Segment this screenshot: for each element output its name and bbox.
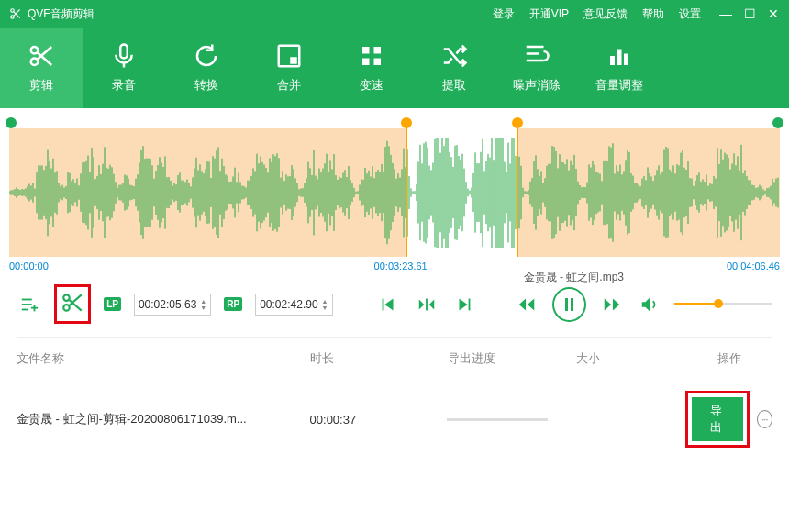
svg-point-5: [31, 59, 39, 66]
tool-extract[interactable]: 提取: [413, 28, 495, 108]
controls-bar: 金贵晟 - 虹之间.mp3 LP 00:02:05.63 ▲▼ RP 00:02…: [0, 275, 789, 337]
scissors-icon: [9, 7, 22, 20]
marker-right[interactable]: [517, 119, 518, 257]
svg-point-4: [31, 47, 39, 54]
volume-button[interactable]: [637, 292, 661, 317]
tool-cut[interactable]: 剪辑: [0, 28, 83, 108]
file-name: 金贵晟 - 虹之间-剪辑-20200806171039.m...: [17, 411, 310, 427]
table-row: 金贵晟 - 虹之间-剪辑-20200806171039.m... 00:00:3…: [0, 380, 789, 459]
marker-mid[interactable]: [406, 119, 407, 257]
range-start-handle[interactable]: [6, 117, 17, 128]
time-end: 00:04:06.46: [727, 260, 780, 272]
export-button-highlight: 导出: [685, 391, 750, 448]
waveform-area[interactable]: 00:00:00 00:03:23.61 00:04:06.46: [9, 119, 780, 275]
vip-link[interactable]: 开通VIP: [529, 6, 569, 22]
tool-merge[interactable]: 合并: [248, 28, 330, 108]
equalizer-icon: [606, 42, 633, 70]
goto-start-button[interactable]: [376, 292, 401, 317]
shuffle-icon: [440, 42, 468, 70]
svg-rect-14: [362, 59, 370, 66]
time-start: 00:00:00: [9, 260, 49, 272]
export-progress: [447, 418, 548, 421]
svg-rect-20: [617, 50, 622, 66]
more-button[interactable]: ···: [757, 410, 772, 428]
right-time-input[interactable]: 00:02:42.90 ▲▼: [255, 294, 332, 316]
svg-rect-15: [374, 59, 382, 66]
svg-point-0: [11, 9, 15, 13]
lp-badge[interactable]: LP: [104, 297, 121, 311]
scissors-icon: [61, 291, 84, 315]
file-duration: 00:00:37: [310, 413, 448, 427]
col-duration: 时长: [310, 350, 448, 367]
goto-end-button[interactable]: [451, 292, 476, 317]
forward-button[interactable]: [599, 292, 624, 317]
svg-rect-13: [374, 47, 382, 54]
minimize-button[interactable]: —: [719, 6, 732, 21]
rewind-button[interactable]: [515, 292, 539, 317]
settings-link[interactable]: 设置: [679, 6, 701, 22]
app-title: QVE音频剪辑: [28, 6, 94, 22]
maximize-button[interactable]: ☐: [743, 6, 756, 21]
tool-volume[interactable]: 音量调整: [578, 28, 661, 108]
svg-rect-11: [290, 57, 297, 64]
trim-in-button[interactable]: [414, 292, 439, 317]
export-button[interactable]: 导出: [692, 397, 743, 441]
speed-icon: [358, 42, 385, 70]
title-bar: QVE音频剪辑 登录 开通VIP 意见反馈 帮助 设置 — ☐ ✕: [0, 0, 789, 28]
rp-badge[interactable]: RP: [224, 297, 242, 311]
login-link[interactable]: 登录: [493, 6, 515, 22]
time-cursor: 00:03:23.61: [374, 260, 428, 272]
svg-point-27: [63, 294, 70, 301]
help-link[interactable]: 帮助: [642, 6, 664, 22]
tool-noise[interactable]: 噪声消除: [495, 28, 578, 108]
spinner-icon[interactable]: ▲▼: [200, 298, 206, 311]
app-logo: QVE音频剪辑: [9, 6, 94, 22]
scissors-icon: [28, 42, 55, 70]
spinner-icon[interactable]: ▲▼: [322, 298, 328, 311]
waveform-svg: [9, 128, 780, 257]
svg-point-1: [11, 16, 15, 19]
refresh-icon: [193, 42, 220, 70]
svg-point-28: [63, 305, 70, 311]
close-button[interactable]: ✕: [767, 6, 780, 21]
col-size: 大小: [576, 350, 686, 367]
tool-convert[interactable]: 转换: [165, 28, 248, 108]
feedback-link[interactable]: 意见反馈: [583, 6, 628, 22]
svg-rect-8: [120, 45, 128, 59]
time-ruler: 00:00:00 00:03:23.61 00:04:06.46: [9, 260, 780, 275]
add-track-button[interactable]: [17, 292, 41, 317]
noise-icon: [523, 42, 550, 70]
svg-rect-21: [624, 54, 628, 66]
svg-rect-19: [610, 56, 615, 65]
col-action: 操作: [686, 350, 772, 367]
tool-speed[interactable]: 变速: [330, 28, 413, 108]
table-header: 文件名称 时长 导出进度 大小 操作: [0, 338, 789, 380]
play-pause-button[interactable]: [552, 287, 586, 322]
merge-icon: [275, 42, 303, 70]
left-time-input[interactable]: 00:02:05.63 ▲▼: [134, 294, 211, 316]
range-end-handle[interactable]: [772, 117, 783, 128]
col-name: 文件名称: [17, 350, 310, 367]
main-toolbar: 剪辑 录音 转换 合并 变速 提取 噪声消除 音量调整: [0, 28, 789, 108]
tool-record[interactable]: 录音: [83, 28, 165, 108]
microphone-icon: [110, 42, 138, 70]
volume-slider[interactable]: [674, 303, 772, 305]
svg-rect-12: [362, 47, 370, 54]
now-playing-label: 金贵晟 - 虹之间.mp3: [524, 270, 624, 285]
cut-button-highlight[interactable]: [54, 284, 91, 324]
svg-marker-34: [641, 297, 649, 311]
col-progress: 导出进度: [448, 350, 576, 367]
